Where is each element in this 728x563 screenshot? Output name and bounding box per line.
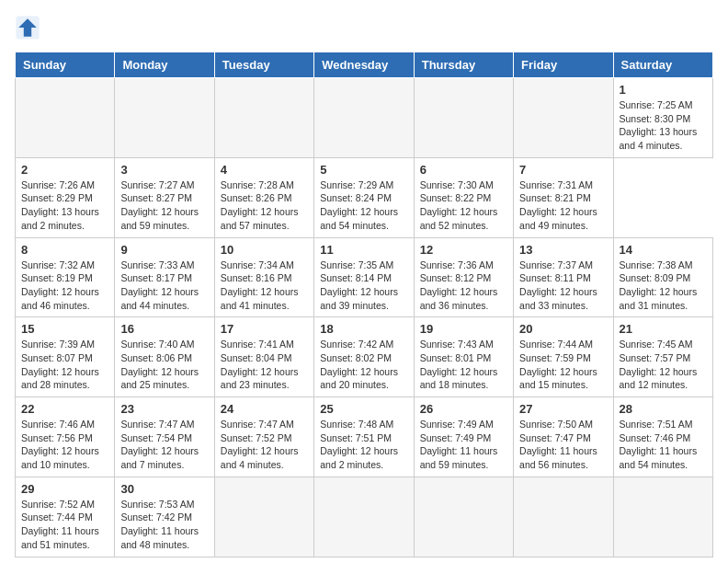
sunset: Sunset: 8:17 PM xyxy=(120,271,208,285)
sunset: Sunset: 8:27 PM xyxy=(120,191,208,205)
cell-info: Sunrise: 7:41 AM Sunset: 8:04 PM Dayligh… xyxy=(221,338,308,392)
cell-info: Sunrise: 7:48 AM Sunset: 7:51 PM Dayligh… xyxy=(320,418,407,472)
cell-info: Sunrise: 7:43 AM Sunset: 8:01 PM Dayligh… xyxy=(420,338,507,392)
day-number: 22 xyxy=(21,402,108,416)
sunset: Sunset: 7:59 PM xyxy=(519,351,607,365)
day-cell-6: 6 Sunrise: 7:30 AM Sunset: 8:22 PM Dayli… xyxy=(414,157,513,237)
sunset: Sunset: 8:04 PM xyxy=(221,351,308,365)
cell-info: Sunrise: 7:29 AM Sunset: 8:24 PM Dayligh… xyxy=(320,178,407,233)
daylight: Daylight: 11 hours and 51 minutes. xyxy=(21,524,108,551)
day-cell-15: 15 Sunrise: 7:39 AM Sunset: 8:07 PM Dayl… xyxy=(16,317,115,397)
sunset: Sunset: 8:26 PM xyxy=(221,191,308,205)
sunset: Sunset: 8:06 PM xyxy=(120,351,208,365)
empty-cell xyxy=(414,477,513,557)
sunrise: Sunrise: 7:49 AM xyxy=(420,418,507,431)
empty-cell xyxy=(514,78,613,158)
day-number: 24 xyxy=(221,402,308,416)
day-cell-9: 9 Sunrise: 7:33 AM Sunset: 8:17 PM Dayli… xyxy=(115,237,214,317)
calendar-table: SundayMondayTuesdayWednesdayThursdayFrid… xyxy=(15,52,713,557)
sunrise: Sunrise: 7:27 AM xyxy=(120,178,208,192)
day-number: 20 xyxy=(519,322,607,336)
day-number: 15 xyxy=(21,322,108,336)
empty-cell xyxy=(314,78,414,158)
cell-info: Sunrise: 7:28 AM Sunset: 8:26 PM Dayligh… xyxy=(221,178,308,233)
calendar-week-3: 15 Sunrise: 7:39 AM Sunset: 8:07 PM Dayl… xyxy=(16,317,713,397)
daylight: Daylight: 12 hours and 54 minutes. xyxy=(320,205,407,232)
day-number: 3 xyxy=(120,163,208,177)
empty-cell xyxy=(115,78,214,158)
day-cell-8: 8 Sunrise: 7:32 AM Sunset: 8:19 PM Dayli… xyxy=(16,237,115,317)
cell-info: Sunrise: 7:31 AM Sunset: 8:21 PM Dayligh… xyxy=(519,178,607,233)
sunset: Sunset: 8:12 PM xyxy=(420,271,507,285)
daylight: Daylight: 12 hours and 7 minutes. xyxy=(120,444,208,471)
daylight: Daylight: 11 hours and 54 minutes. xyxy=(620,444,707,471)
daylight: Daylight: 12 hours and 44 minutes. xyxy=(120,285,208,312)
calendar-week-1: 2 Sunrise: 7:26 AM Sunset: 8:29 PM Dayli… xyxy=(16,157,713,237)
day-cell-18: 18 Sunrise: 7:42 AM Sunset: 8:02 PM Dayl… xyxy=(314,317,414,397)
day-cell-26: 26 Sunrise: 7:49 AM Sunset: 7:49 PM Dayl… xyxy=(414,397,513,477)
cell-info: Sunrise: 7:38 AM Sunset: 8:09 PM Dayligh… xyxy=(620,259,707,313)
sunset: Sunset: 8:14 PM xyxy=(320,271,407,285)
daylight: Daylight: 12 hours and 39 minutes. xyxy=(320,285,407,312)
calendar-week-0: 1 Sunrise: 7:25 AM Sunset: 8:30 PM Dayli… xyxy=(16,78,713,158)
daylight: Daylight: 13 hours and 4 minutes. xyxy=(620,125,707,152)
cell-info: Sunrise: 7:26 AM Sunset: 8:29 PM Dayligh… xyxy=(21,178,108,233)
daylight: Daylight: 13 hours and 2 minutes. xyxy=(21,205,108,232)
sunrise: Sunrise: 7:41 AM xyxy=(221,338,308,351)
daylight: Daylight: 12 hours and 23 minutes. xyxy=(221,365,308,392)
day-number: 5 xyxy=(320,163,407,177)
sunrise: Sunrise: 7:47 AM xyxy=(221,418,308,431)
empty-cell xyxy=(214,78,313,158)
day-cell-10: 10 Sunrise: 7:34 AM Sunset: 8:16 PM Dayl… xyxy=(214,237,313,317)
day-number: 13 xyxy=(519,243,607,257)
daylight: Daylight: 12 hours and 18 minutes. xyxy=(420,365,507,392)
daylight: Daylight: 12 hours and 20 minutes. xyxy=(320,365,407,392)
sunset: Sunset: 8:21 PM xyxy=(519,191,607,205)
day-number: 6 xyxy=(420,163,507,177)
daylight: Daylight: 11 hours and 48 minutes. xyxy=(120,524,208,551)
empty-cell xyxy=(214,477,313,557)
cell-info: Sunrise: 7:25 AM Sunset: 8:30 PM Dayligh… xyxy=(620,98,707,153)
daylight: Daylight: 12 hours and 28 minutes. xyxy=(21,365,108,392)
daylight: Daylight: 12 hours and 57 minutes. xyxy=(221,205,308,232)
day-number: 25 xyxy=(320,402,407,416)
day-number: 16 xyxy=(120,322,208,336)
calendar-week-2: 8 Sunrise: 7:32 AM Sunset: 8:19 PM Dayli… xyxy=(16,237,713,317)
day-cell-27: 27 Sunrise: 7:50 AM Sunset: 7:47 PM Dayl… xyxy=(514,397,613,477)
cell-info: Sunrise: 7:45 AM Sunset: 7:57 PM Dayligh… xyxy=(620,338,707,392)
cell-info: Sunrise: 7:51 AM Sunset: 7:46 PM Dayligh… xyxy=(620,418,707,472)
day-cell-5: 5 Sunrise: 7:29 AM Sunset: 8:24 PM Dayli… xyxy=(314,157,414,237)
cell-info: Sunrise: 7:27 AM Sunset: 8:27 PM Dayligh… xyxy=(120,178,208,233)
sunset: Sunset: 8:02 PM xyxy=(320,351,407,365)
daylight: Daylight: 12 hours and 4 minutes. xyxy=(221,444,308,471)
sunrise: Sunrise: 7:37 AM xyxy=(519,259,607,272)
sunrise: Sunrise: 7:29 AM xyxy=(320,178,407,192)
sunrise: Sunrise: 7:43 AM xyxy=(420,338,507,351)
sunrise: Sunrise: 7:34 AM xyxy=(221,259,308,272)
day-number: 7 xyxy=(519,163,607,177)
sunrise: Sunrise: 7:25 AM xyxy=(620,98,707,112)
sunset: Sunset: 7:52 PM xyxy=(221,431,308,445)
sunset: Sunset: 8:01 PM xyxy=(420,351,507,365)
cell-info: Sunrise: 7:40 AM Sunset: 8:06 PM Dayligh… xyxy=(120,338,208,392)
daylight: Daylight: 12 hours and 12 minutes. xyxy=(620,365,707,392)
daylight: Daylight: 12 hours and 25 minutes. xyxy=(120,365,208,392)
logo-icon xyxy=(15,15,40,40)
sunset: Sunset: 8:16 PM xyxy=(221,271,308,285)
sunrise: Sunrise: 7:28 AM xyxy=(221,178,308,192)
day-number: 4 xyxy=(221,163,308,177)
sunset: Sunset: 8:22 PM xyxy=(420,191,507,205)
day-number: 12 xyxy=(420,243,507,257)
sunset: Sunset: 7:56 PM xyxy=(21,431,108,445)
daylight: Daylight: 11 hours and 56 minutes. xyxy=(519,444,607,471)
weekday-thursday: Thursday xyxy=(414,52,513,78)
cell-info: Sunrise: 7:36 AM Sunset: 8:12 PM Dayligh… xyxy=(420,259,507,313)
cell-info: Sunrise: 7:53 AM Sunset: 7:42 PM Dayligh… xyxy=(120,498,208,552)
day-cell-14: 14 Sunrise: 7:38 AM Sunset: 8:09 PM Dayl… xyxy=(613,237,712,317)
sunset: Sunset: 8:19 PM xyxy=(21,271,108,285)
cell-info: Sunrise: 7:47 AM Sunset: 7:52 PM Dayligh… xyxy=(221,418,308,472)
weekday-header-row: SundayMondayTuesdayWednesdayThursdayFrid… xyxy=(16,52,713,78)
daylight: Daylight: 11 hours and 59 minutes. xyxy=(420,444,507,471)
sunrise: Sunrise: 7:36 AM xyxy=(420,259,507,272)
calendar-week-5: 29 Sunrise: 7:52 AM Sunset: 7:44 PM Dayl… xyxy=(16,477,713,557)
